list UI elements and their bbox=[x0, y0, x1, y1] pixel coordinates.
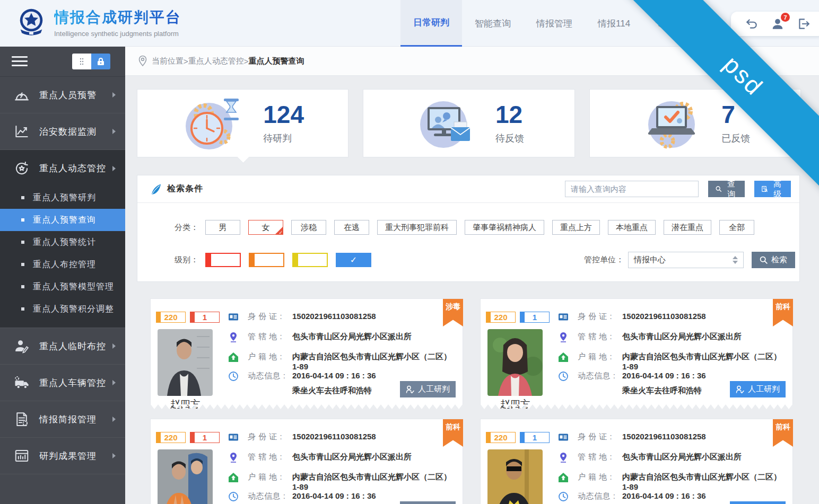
chevron-right-icon bbox=[112, 417, 116, 422]
sidebar-item-temporary-control[interactable]: 重点人临时布控 bbox=[0, 328, 125, 365]
filter-local-key[interactable]: 本地重点 bbox=[608, 220, 656, 235]
sidebar-item-dynamic-control[interactable]: 重点人动态管控 bbox=[0, 150, 125, 187]
residence: 内蒙古自治区包头市青山区光辉小区（二区）1-89 bbox=[292, 472, 451, 491]
field-label: 户 籍 地 : bbox=[248, 352, 292, 362]
filter-all[interactable]: 全部 bbox=[719, 220, 754, 235]
clock-icon bbox=[558, 491, 569, 502]
sidebar-pin-toggle[interactable] bbox=[72, 54, 110, 69]
notification-count-badge: 7 bbox=[781, 13, 790, 22]
residence: 内蒙古自治区包头市青山区光辉小区（二区）1-89 bbox=[622, 472, 781, 491]
zigzag-edge bbox=[151, 404, 463, 409]
category-filter-row: 分类： 男 女✓ 涉稳 在逃 重大刑事犯罪前科 肇事肇祸精神病人 重点上方 本地… bbox=[137, 220, 799, 235]
home-icon bbox=[228, 352, 239, 362]
rank-badge: 1 bbox=[520, 312, 550, 323]
manual-judgment-button[interactable]: 人工研判 bbox=[400, 381, 456, 397]
person-photo[interactable] bbox=[487, 449, 543, 504]
search-icon bbox=[716, 185, 721, 193]
person-photo[interactable] bbox=[158, 329, 213, 396]
logout-icon[interactable] bbox=[797, 17, 811, 31]
person-photo[interactable] bbox=[487, 329, 543, 396]
tab-intel-114[interactable]: 情报114 bbox=[585, 0, 643, 47]
filter-potential-key[interactable]: 潜在重点 bbox=[664, 220, 711, 235]
sidebar-subitem-warning-judgment[interactable]: 重点人预警研判 bbox=[0, 187, 125, 209]
sidebar-item-security-data[interactable]: 治安数据监测 bbox=[0, 113, 125, 150]
sidebar-subitem-model-management[interactable]: 重点人预警模型管理 bbox=[0, 276, 125, 298]
field-label: 身 份 证 : bbox=[578, 312, 622, 322]
manual-judgment-button[interactable]: 人工研判 bbox=[730, 381, 786, 397]
person-check-icon bbox=[406, 385, 414, 394]
search-input[interactable] bbox=[565, 181, 699, 197]
results-icon bbox=[14, 448, 30, 464]
score-badge: 220 bbox=[486, 312, 516, 323]
tab-daily-judgment[interactable]: 日常研判 bbox=[400, 0, 462, 47]
filter-female[interactable]: 女✓ bbox=[248, 220, 283, 235]
grip-icon[interactable] bbox=[72, 54, 91, 69]
check-icon: ✓ bbox=[350, 255, 357, 265]
filter-stability[interactable]: 涉稳 bbox=[291, 220, 326, 235]
brand: 情报合成研判平台 Intelligence synthetic judgment… bbox=[16, 6, 181, 38]
lock-icon[interactable] bbox=[91, 54, 110, 69]
home-icon bbox=[558, 472, 569, 483]
sidebar-item-vehicle-control[interactable]: 重点人车辆管控 bbox=[0, 365, 125, 401]
field-label: 户 籍 地 : bbox=[578, 472, 622, 482]
stat-value: 12 bbox=[495, 102, 524, 127]
sort-arrows-icon bbox=[733, 256, 738, 264]
level-orange-swatch[interactable] bbox=[249, 253, 284, 267]
vehicle-icon bbox=[14, 375, 30, 391]
jurisdiction: 包头市青山区分局光辉小区派出所 bbox=[292, 452, 412, 462]
manual-judgment-button[interactable]: 人工研判 bbox=[730, 501, 786, 504]
person-card: 前科 220 1 赵四方 身 份 证 :1502021961103081258 … bbox=[150, 419, 463, 504]
jurisdiction: 包头市青山区分局光辉小区派出所 bbox=[622, 332, 742, 342]
advanced-button[interactable]: 高级 bbox=[754, 181, 791, 197]
filter-key-petition[interactable]: 重点上方 bbox=[552, 220, 600, 235]
control-unit-select[interactable]: 情报中心 bbox=[628, 252, 744, 268]
sidebar-item-results-management[interactable]: 研判成果管理 bbox=[0, 438, 125, 474]
tab-smart-query[interactable]: 智能查询 bbox=[462, 0, 524, 47]
id-card-icon bbox=[558, 312, 569, 322]
stat-card-pending-feedback[interactable]: 12 待反馈 bbox=[363, 89, 574, 157]
id-card-icon bbox=[228, 432, 239, 443]
breadcrumb-separator: > bbox=[184, 57, 188, 66]
chevron-right-icon bbox=[112, 343, 116, 349]
field-label: 动态信息 : bbox=[578, 491, 622, 501]
main-content: 当前位置 > 重点人动态管控 > 重点人预警查询 bbox=[125, 47, 819, 504]
filter-male[interactable]: 男 bbox=[205, 220, 240, 235]
level-yellow-swatch[interactable] bbox=[292, 253, 328, 267]
query-button[interactable]: 查询 bbox=[708, 181, 745, 197]
filter-fugitive[interactable]: 在逃 bbox=[334, 220, 369, 235]
menu-toggle-icon[interactable] bbox=[12, 56, 28, 68]
user-notifications-icon[interactable]: 7 bbox=[771, 17, 785, 31]
briefing-icon bbox=[14, 411, 30, 427]
filter-major-crime-record[interactable]: 重大刑事犯罪前科 bbox=[377, 220, 457, 235]
stat-card-pending-judgment[interactable]: 124 待研判 bbox=[137, 89, 348, 157]
chevron-right-icon bbox=[112, 92, 116, 98]
check-icon: ✓ bbox=[278, 230, 283, 235]
score-badge: 220 bbox=[156, 432, 186, 443]
search-button[interactable]: 检索 bbox=[752, 252, 795, 268]
stats-row: 124 待研判 12 待反馈 bbox=[137, 89, 801, 157]
sidebar-item-briefing-management[interactable]: 情报简报管理 bbox=[0, 401, 125, 438]
level-blue-swatch[interactable]: ✓ bbox=[336, 253, 371, 267]
manual-judgment-button[interactable]: 人工研判 bbox=[400, 501, 456, 504]
rank-badge: 1 bbox=[190, 432, 220, 443]
jurisdiction: 包头市青山区分局光辉小区派出所 bbox=[622, 452, 742, 462]
tab-intel-management[interactable]: 情报管理 bbox=[524, 0, 585, 47]
field-label: 户 籍 地 : bbox=[248, 472, 292, 482]
clock-icon bbox=[558, 371, 569, 382]
undo-icon[interactable] bbox=[745, 17, 759, 31]
filter-mentally-ill[interactable]: 肇事肇祸精神病人 bbox=[465, 220, 544, 235]
sidebar-subitem-score-adjustment[interactable]: 重点人预警积分调整 bbox=[0, 298, 125, 320]
level-red-swatch[interactable] bbox=[205, 253, 241, 267]
breadcrumb-parent[interactable]: 重点人动态管控 bbox=[188, 56, 244, 66]
police-badge-logo bbox=[16, 6, 47, 38]
person-photo[interactable] bbox=[158, 449, 213, 504]
sidebar-subitem-control-management[interactable]: 重点人布控管理 bbox=[0, 253, 125, 276]
dynamic-info: 2016-04-14 09 : 16 : 36乘坐火车去往呼和浩特 bbox=[292, 371, 376, 396]
id-number: 1502021961103081258 bbox=[622, 312, 706, 321]
sidebar-subitem-warning-stats[interactable]: 重点人预警统计 bbox=[0, 231, 125, 253]
field-label: 身 份 证 : bbox=[248, 312, 292, 322]
user-toolbar: 7 bbox=[731, 12, 819, 36]
sidebar-item-personnel-warning[interactable]: 重点人员预警 bbox=[0, 77, 125, 113]
clock-hourglass-illustration bbox=[181, 95, 245, 152]
sidebar-subitem-warning-query[interactable]: 重点人预警查询 bbox=[0, 209, 125, 231]
